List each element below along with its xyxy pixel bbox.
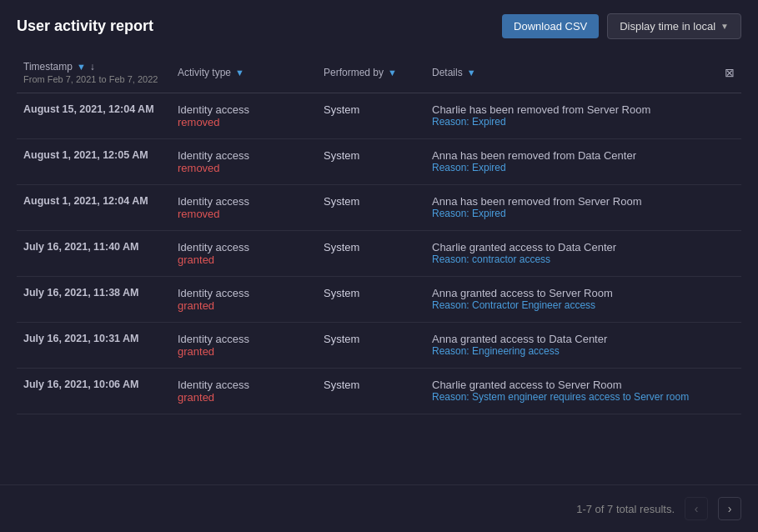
details-line2: Reason: contractor access [432,253,710,265]
activity-main-text: Identity access [178,195,249,208]
cell-activity-type: Identity access granted [171,277,317,323]
details-line1: Charlie granted access to Data Center [432,241,710,253]
timestamp-label: Timestamp [23,61,73,73]
display-time-label: Display time in local [620,20,715,33]
details-line1: Charlie granted access to Server Room [432,379,710,391]
activity-sub-text: removed [178,208,310,220]
cell-activity-type: Identity access removed [171,185,317,231]
cell-performed-by: System [317,277,425,323]
cell-timestamp: August 1, 2021, 12:05 AM [17,139,171,185]
table-row: July 16, 2021, 10:31 AMIdentity access g… [17,323,741,369]
table-row: August 1, 2021, 12:05 AMIdentity access … [17,139,741,185]
activity-sub-text: granted [178,391,310,404]
cell-details: Charlie granted access to Server RoomRea… [425,369,716,414]
activity-sub-text: removed [178,162,310,174]
cell-timestamp: July 16, 2021, 10:31 AM [17,323,171,369]
cell-activity-type: Identity access granted [171,369,317,414]
cell-activity-type: Identity access granted [171,231,317,277]
header: User activity report Download CSV Displa… [0,0,758,53]
cell-empty [716,231,741,277]
cell-timestamp: July 16, 2021, 10:06 AM [17,369,171,414]
col-header-clear: ⊠ [716,53,741,93]
activity-main-text: Identity access [178,241,249,253]
activity-filter-icon[interactable]: ▼ [235,68,244,78]
pagination-prev-button[interactable]: ‹ [685,497,708,520]
table-body: August 15, 2021, 12:04 AMIdentity access… [17,93,741,414]
cell-empty [716,139,741,185]
cell-details: Anna has been removed from Server RoomRe… [425,185,716,231]
activity-main-text: Identity access [178,149,249,162]
activity-main-text: Identity access [178,333,249,345]
timestamp-range: From Feb 7, 2021 to Feb 7, 2022 [23,74,164,84]
cell-performed-by: System [317,231,425,277]
cell-activity-type: Identity access removed [171,139,317,185]
pagination-info: 1-7 of 7 total results. [576,503,675,515]
col-header-timestamp: Timestamp ▼ ↓ From Feb 7, 2021 to Feb 7,… [17,53,171,93]
details-line2: Reason: Expired [432,162,710,173]
table-row: July 16, 2021, 11:38 AMIdentity access g… [17,277,741,323]
performed-by-label: Performed by [324,67,384,78]
page-wrapper: User activity report Download CSV Displa… [0,0,758,532]
cell-details: Anna granted access to Server RoomReason… [425,277,716,323]
pagination-next-button[interactable]: › [718,497,741,520]
cell-empty [716,185,741,231]
cell-details: Anna has been removed from Data CenterRe… [425,139,716,185]
details-line2: Reason: Expired [432,208,710,219]
cell-activity-type: Identity access removed [171,93,317,139]
table-row: July 16, 2021, 11:40 AMIdentity access g… [17,231,741,277]
details-filter-icon[interactable]: ▼ [467,68,476,78]
details-line1: Anna has been removed from Server Room [432,195,710,208]
cell-empty [716,277,741,323]
cell-timestamp: August 15, 2021, 12:04 AM [17,93,171,139]
cell-activity-type: Identity access granted [171,323,317,369]
footer: 1-7 of 7 total results. ‹ › [0,484,758,532]
cell-timestamp: July 16, 2021, 11:40 AM [17,231,171,277]
activity-main-text: Identity access [178,287,249,299]
details-line1: Charlie has been removed from Server Roo… [432,103,710,116]
timestamp-filter-icon[interactable]: ▼ [77,62,86,72]
activity-main-text: Identity access [178,379,249,391]
details-line1: Anna has been removed from Data Center [432,149,710,162]
cell-details: Anna granted access to Data CenterReason… [425,323,716,369]
details-line2: Reason: Engineering access [432,345,710,357]
clear-filters-icon[interactable]: ⊠ [725,66,735,79]
performed-filter-icon[interactable]: ▼ [388,68,397,78]
cell-timestamp: August 1, 2021, 12:04 AM [17,185,171,231]
cell-performed-by: System [317,139,425,185]
activity-sub-text: granted [178,253,310,266]
col-header-performed: Performed by ▼ [317,53,425,93]
cell-timestamp: July 16, 2021, 11:38 AM [17,277,171,323]
cell-performed-by: System [317,185,425,231]
cell-empty [716,369,741,414]
details-label: Details [432,67,463,78]
activity-sub-text: granted [178,299,310,312]
timestamp-sort-icon[interactable]: ↓ [90,61,95,73]
cell-performed-by: System [317,93,425,139]
col-header-details: Details ▼ [425,53,716,93]
table-header-row: Timestamp ▼ ↓ From Feb 7, 2021 to Feb 7,… [17,53,741,93]
details-line2: Reason: Contractor Engineer access [432,299,710,311]
header-actions: Download CSV Display time in local ▼ [502,13,741,39]
activity-table: Timestamp ▼ ↓ From Feb 7, 2021 to Feb 7,… [17,53,741,414]
details-line2: Reason: Expired [432,116,710,128]
activity-type-label: Activity type [178,67,231,78]
display-time-button[interactable]: Display time in local ▼ [607,13,741,39]
col-header-activity: Activity type ▼ [171,53,317,93]
download-csv-button[interactable]: Download CSV [502,14,599,38]
cell-performed-by: System [317,323,425,369]
chevron-down-icon: ▼ [720,22,729,31]
page-title: User activity report [17,18,153,35]
activity-sub-text: removed [178,116,310,128]
cell-empty [716,323,741,369]
details-line2: Reason: System engineer requires access … [432,391,710,403]
table-row: August 15, 2021, 12:04 AMIdentity access… [17,93,741,139]
cell-empty [716,93,741,139]
cell-details: Charlie granted access to Data CenterRea… [425,231,716,277]
details-line1: Anna granted access to Data Center [432,333,710,345]
table-container: Timestamp ▼ ↓ From Feb 7, 2021 to Feb 7,… [0,53,758,484]
table-row: July 16, 2021, 10:06 AMIdentity access g… [17,369,741,414]
activity-main-text: Identity access [178,103,249,116]
activity-sub-text: granted [178,345,310,358]
cell-details: Charlie has been removed from Server Roo… [425,93,716,139]
cell-performed-by: System [317,369,425,414]
